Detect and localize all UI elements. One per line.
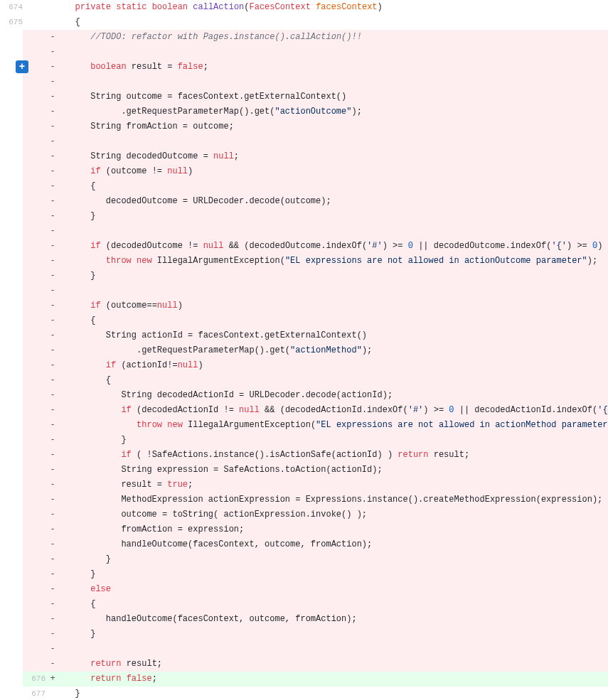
old-line-number[interactable] — [0, 388, 23, 403]
new-line-number[interactable] — [23, 433, 46, 448]
new-line-number[interactable] — [23, 90, 46, 104]
old-line-number[interactable] — [0, 537, 23, 552]
new-line-number[interactable] — [23, 627, 46, 642]
new-line-number[interactable] — [23, 492, 46, 507]
new-line-number[interactable] — [23, 239, 46, 254]
old-line-number[interactable] — [0, 149, 23, 164]
old-line-number[interactable] — [0, 30, 23, 45]
old-line-number[interactable] — [0, 269, 23, 284]
old-line-number[interactable] — [0, 642, 23, 657]
old-line-number[interactable] — [0, 358, 23, 373]
old-line-number[interactable] — [0, 75, 23, 90]
old-line-number[interactable] — [0, 507, 23, 522]
new-line-number[interactable] — [23, 507, 46, 522]
code-content[interactable]: MethodExpression actionExpression = Expr… — [60, 492, 608, 507]
code-content[interactable]: throw new IllegalArgumentException("EL e… — [60, 418, 608, 433]
new-line-number[interactable] — [23, 418, 46, 433]
code-content[interactable]: decodedOutcome = URLDecoder.decode(outco… — [60, 194, 608, 209]
add-comment-button[interactable]: + — [16, 60, 28, 73]
new-line-number[interactable] — [23, 164, 46, 179]
old-line-number[interactable] — [0, 104, 23, 119]
new-line-number[interactable] — [23, 224, 46, 239]
old-line-number[interactable] — [0, 597, 23, 612]
code-content[interactable] — [60, 284, 608, 298]
code-content[interactable]: { — [60, 313, 608, 328]
old-line-number[interactable] — [0, 313, 23, 328]
new-line-number[interactable] — [23, 343, 46, 358]
old-line-number[interactable] — [0, 224, 23, 239]
old-line-number[interactable] — [0, 567, 23, 582]
new-line-number[interactable] — [23, 582, 46, 597]
code-content[interactable]: } — [60, 627, 608, 642]
old-line-number[interactable] — [0, 179, 23, 194]
code-content[interactable]: return false; — [60, 672, 608, 686]
old-line-number[interactable] — [0, 90, 23, 104]
code-content[interactable] — [60, 75, 608, 90]
new-line-number[interactable] — [23, 358, 46, 373]
new-line-number[interactable] — [23, 612, 46, 627]
code-content[interactable] — [60, 224, 608, 239]
code-content[interactable]: } — [60, 686, 608, 700]
code-content[interactable]: if (outcome==null) — [60, 298, 608, 313]
code-content[interactable]: String decodedActionId = URLDecoder.deco… — [60, 388, 608, 403]
code-content[interactable]: String expression = SafeActions.toAction… — [60, 463, 608, 478]
code-content[interactable]: if (actionId!=null) — [60, 358, 608, 373]
new-line-number[interactable] — [23, 522, 46, 537]
code-content[interactable]: if ( !SafeActions.instance().isActionSaf… — [60, 448, 608, 463]
code-content[interactable]: else — [60, 582, 608, 597]
new-line-number[interactable] — [23, 552, 46, 567]
code-content[interactable]: handleOutcome(facesContext, outcome, fro… — [60, 537, 608, 552]
new-line-number[interactable] — [23, 179, 46, 194]
new-line-number[interactable] — [23, 119, 46, 134]
new-line-number[interactable] — [23, 104, 46, 119]
code-content[interactable]: String decodedOutcome = null; — [60, 149, 608, 164]
new-line-number[interactable] — [23, 567, 46, 582]
code-content[interactable]: String actionId = facesContext.getExtern… — [60, 328, 608, 343]
code-content[interactable]: { — [60, 179, 608, 194]
code-content[interactable]: String fromAction = outcome; — [60, 119, 608, 134]
code-content[interactable]: .getRequestParameterMap().get("actionOut… — [60, 104, 608, 119]
code-content[interactable]: boolean result = false; — [60, 60, 608, 75]
old-line-number[interactable] — [0, 45, 23, 60]
old-line-number[interactable] — [0, 134, 23, 149]
old-line-number[interactable] — [0, 328, 23, 343]
code-content[interactable]: if (outcome != null) — [60, 164, 608, 179]
old-line-number[interactable] — [0, 343, 23, 358]
new-line-number[interactable]: 677 — [23, 686, 46, 700]
code-content[interactable]: } — [60, 567, 608, 582]
code-content[interactable]: private static boolean callAction(FacesC… — [60, 0, 608, 15]
new-line-number[interactable] — [23, 30, 46, 45]
new-line-number[interactable] — [23, 478, 46, 492]
new-line-number[interactable] — [23, 254, 46, 269]
code-content[interactable]: return result; — [60, 657, 608, 672]
old-line-number[interactable] — [0, 552, 23, 567]
new-line-number[interactable] — [23, 597, 46, 612]
code-content[interactable]: { — [60, 15, 608, 30]
code-content[interactable] — [60, 642, 608, 657]
old-line-number[interactable] — [0, 448, 23, 463]
new-line-number[interactable] — [23, 388, 46, 403]
old-line-number[interactable] — [0, 298, 23, 313]
old-line-number[interactable] — [0, 492, 23, 507]
code-content[interactable]: { — [60, 597, 608, 612]
new-line-number[interactable] — [23, 642, 46, 657]
old-line-number[interactable] — [0, 194, 23, 209]
code-content[interactable]: } — [60, 269, 608, 284]
new-line-number[interactable] — [23, 284, 46, 298]
old-line-number[interactable] — [0, 254, 23, 269]
old-line-number[interactable] — [0, 612, 23, 627]
code-content[interactable]: if (decodedOutcome != null && (decodedOu… — [60, 239, 608, 254]
code-content[interactable]: fromAction = expression; — [60, 522, 608, 537]
code-content[interactable]: } — [60, 209, 608, 224]
old-line-number[interactable] — [0, 672, 23, 686]
code-content[interactable] — [60, 134, 608, 149]
code-content[interactable]: outcome = toString( actionExpression.inv… — [60, 507, 608, 522]
old-line-number[interactable] — [0, 239, 23, 254]
code-content[interactable]: .getRequestParameterMap().get("actionMet… — [60, 343, 608, 358]
old-line-number[interactable] — [0, 284, 23, 298]
new-line-number[interactable] — [23, 313, 46, 328]
code-content[interactable]: handleOutcome(facesContext, outcome, fro… — [60, 612, 608, 627]
new-line-number[interactable] — [23, 209, 46, 224]
old-line-number[interactable] — [0, 686, 23, 700]
old-line-number[interactable]: 674 — [0, 0, 23, 15]
